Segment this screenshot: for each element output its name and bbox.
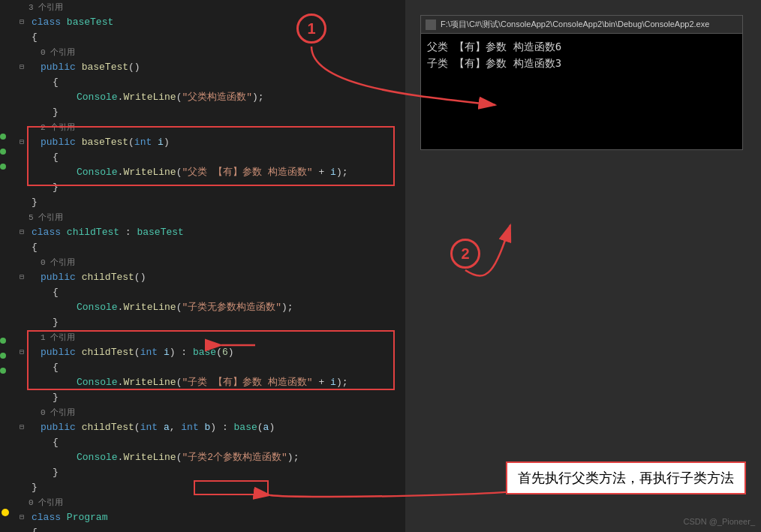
line-10: ⊟ public baseTest(int i) [0, 135, 405, 150]
line-8: } [0, 105, 405, 120]
annotation-circle-1: 1 [296, 14, 326, 44]
line-21-content: Console.WriteLine("子类无参数构造函数"); [53, 300, 293, 315]
line-36: { [0, 525, 405, 532]
line-1: 3 个引用 [0, 0, 405, 15]
green-indicator-6 [0, 368, 6, 374]
ref-count-8: 0 个引用 [29, 495, 63, 510]
line-16-content: class childTest : baseTest [29, 225, 184, 240]
line-10-content: public baseTest(int i) [29, 135, 170, 150]
collapse-icon-7[interactable]: ⊟ [18, 420, 26, 435]
code-content: 3 个引用 ⊟ class baseTest { 0 个引用 ⊟ public … [0, 0, 405, 532]
console-icon [426, 20, 436, 30]
line-6: { [0, 75, 405, 90]
ref-count-3: 2 个引用 [41, 120, 75, 135]
line-26-content: Console.WriteLine("子类 【有】参数 构造函数" + i); [53, 375, 348, 390]
line-7-content: Console.WriteLine("父类构造函数"); [53, 90, 264, 105]
line-5: ⊟ public baseTest() [0, 60, 405, 75]
line-9: 2 个引用 [0, 120, 405, 135]
line-29: ⊟ public childTest(int a, int b) : base(… [0, 420, 405, 435]
line-25-brace: { [41, 360, 59, 375]
line-35: ⊟ class Program [0, 510, 405, 525]
green-indicator-5 [0, 353, 6, 359]
green-indicator-3 [0, 164, 6, 170]
line-11-brace: { [41, 150, 59, 165]
line-32-brace: } [41, 465, 59, 480]
collapse-icon-6[interactable]: ⊟ [18, 345, 26, 360]
line-22: } [0, 315, 405, 330]
console-line-1: 父类 【有】参数 构造函数6 [427, 38, 736, 55]
console-body: 父类 【有】参数 构造函数6 子类 【有】参数 构造函数3 [421, 34, 742, 149]
line-19: ⊟ public childTest() [0, 270, 405, 285]
line-34: 0 个引用 [0, 495, 405, 510]
line-15: 5 个引用 [0, 210, 405, 225]
line-5-content: public baseTest() [29, 60, 140, 75]
line-13: } [0, 180, 405, 195]
console-line-2: 子类 【有】参数 构造函数3 [427, 55, 736, 71]
collapse-icon-5[interactable]: ⊟ [18, 270, 26, 285]
line-13-brace: } [41, 180, 59, 195]
line-29-content: public childTest(int a, int b) : base(a) [29, 420, 275, 435]
line-33: } [0, 480, 405, 495]
green-indicator-4 [0, 338, 6, 344]
line-14: } [0, 195, 405, 210]
line-3: { [0, 30, 405, 45]
line-36-brace: { [29, 525, 38, 532]
line-22-brace: } [41, 315, 59, 330]
line-7: Console.WriteLine("父类构造函数"); [0, 90, 405, 105]
line-17-brace: { [29, 240, 38, 255]
collapse-icon-1[interactable]: ⊟ [18, 15, 26, 30]
line-12-content: Console.WriteLine("父类 【有】参数 构造函数" + i); [53, 165, 348, 180]
code-editor: 3 个引用 ⊟ class baseTest { 0 个引用 ⊟ public … [0, 0, 405, 532]
line-27: } [0, 390, 405, 405]
line-32: } [0, 465, 405, 480]
line-31-content: Console.WriteLine("子类2个参数构造函数"); [53, 450, 299, 465]
line-31: Console.WriteLine("子类2个参数构造函数"); [0, 450, 405, 465]
watermark: CSDN @_Pioneer_ [683, 517, 755, 526]
line-35-content: class Program [29, 510, 107, 525]
green-indicator-1 [0, 134, 6, 140]
line-20: { [0, 285, 405, 300]
line-2: ⊟ class baseTest [0, 15, 405, 30]
ref-count-6: 1 个引用 [41, 330, 75, 345]
line-20-brace: { [41, 285, 59, 300]
line-28: 0 个引用 [0, 405, 405, 420]
line-18: 0 个引用 [0, 255, 405, 270]
green-indicator-2 [0, 149, 6, 155]
ref-count-4: 5 个引用 [29, 210, 63, 225]
line-4: 0 个引用 [0, 45, 405, 60]
line-19-content: public childTest() [29, 270, 146, 285]
yellow-indicator [2, 509, 9, 516]
line-27-brace: } [41, 390, 59, 405]
line-30-brace: { [41, 435, 59, 450]
console-title: F:\项目\C#\测试\ConsoleApp2\ConsoleApp2\bin\… [441, 19, 709, 30]
collapse-icon-3[interactable]: ⊟ [18, 135, 26, 150]
collapse-icon-4[interactable]: ⊟ [18, 225, 26, 240]
line-25: { [0, 360, 405, 375]
line-24: ⊟ public childTest(int i) : base(6) [0, 345, 405, 360]
line-3-brace: { [29, 30, 38, 45]
line-23: 1 个引用 [0, 330, 405, 345]
line-12: Console.WriteLine("父类 【有】参数 构造函数" + i); [0, 165, 405, 180]
line-8-brace: } [41, 105, 59, 120]
line-26: Console.WriteLine("子类 【有】参数 构造函数" + i); [0, 375, 405, 390]
ref-count-7: 0 个引用 [41, 405, 75, 420]
line-33-brace: } [29, 480, 38, 495]
line-30: { [0, 435, 405, 450]
ref-count-5: 0 个引用 [41, 255, 75, 270]
annotation-box: 首先执行父类方法，再执行子类方法 [506, 461, 746, 494]
line-6-brace: { [41, 75, 59, 90]
ref-count-1: 3 个引用 [29, 0, 63, 15]
line-24-content: public childTest(int i) : base(6) [29, 345, 234, 360]
line-17: { [0, 240, 405, 255]
console-window: F:\项目\C#\测试\ConsoleApp2\ConsoleApp2\bin\… [420, 15, 743, 150]
line-14-brace: } [29, 195, 38, 210]
line-2-content: class baseTest [29, 15, 113, 30]
ref-count-2: 0 个引用 [41, 45, 75, 60]
collapse-icon-2[interactable]: ⊟ [18, 60, 26, 75]
annotation-circle-2: 2 [450, 239, 480, 269]
line-11: { [0, 150, 405, 165]
line-16: ⊟ class childTest : baseTest [0, 225, 405, 240]
collapse-icon-8[interactable]: ⊟ [18, 510, 26, 525]
console-titlebar: F:\项目\C#\测试\ConsoleApp2\ConsoleApp2\bin\… [421, 16, 742, 34]
line-21: Console.WriteLine("子类无参数构造函数"); [0, 300, 405, 315]
